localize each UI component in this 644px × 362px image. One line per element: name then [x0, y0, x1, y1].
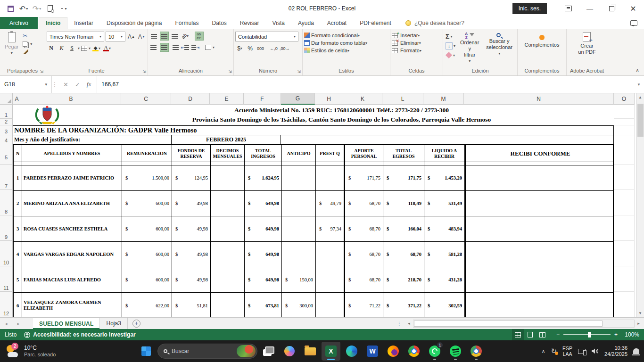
cell-prest_q[interactable]: $97,34	[316, 216, 344, 241]
row-header-11[interactable]: 11	[0, 266, 13, 292]
table-header-n[interactable]: N	[14, 145, 22, 162]
cell-n[interactable]: 6	[14, 293, 22, 317]
dar-formato-como-tabla-button[interactable]: Dar formato como tabla▾	[304, 40, 388, 46]
copilot-button[interactable]	[280, 342, 299, 361]
period-label-cell[interactable]: Mes y Año del justificativo:	[13, 135, 171, 144]
row-header-12[interactable]: 12	[0, 292, 13, 317]
table-header-anticipo[interactable]: ANTICIPO	[282, 145, 316, 162]
paste-button[interactable]: Pegar▾	[1, 31, 22, 58]
wrap-text-button[interactable]: abc↵	[195, 32, 204, 41]
cell-anticipo[interactable]: $150,00	[282, 267, 316, 292]
tab-datos[interactable]: Datos	[205, 17, 233, 29]
clock[interactable]: 10:36 24/2/2025	[604, 345, 627, 357]
chrome-profile-taskbar-button[interactable]	[467, 342, 486, 361]
cell-decimos[interactable]	[211, 242, 245, 267]
cell-anticipo[interactable]	[282, 191, 316, 216]
period-empty-cell[interactable]	[281, 135, 613, 144]
splitter-handle[interactable]: ⋮	[394, 321, 405, 326]
clear-button[interactable]: ▾	[446, 52, 455, 58]
enter-icon[interactable]: ✓	[75, 81, 80, 88]
cell-recibi[interactable]	[465, 242, 615, 267]
tab-ayuda[interactable]: Ayuda	[291, 17, 321, 29]
cell-remuneracion[interactable]: $622,00	[122, 293, 172, 317]
spotify-taskbar-button[interactable]	[446, 342, 465, 361]
edge-taskbar-button[interactable]	[342, 342, 361, 361]
cell-recibi[interactable]	[465, 267, 615, 292]
cell-fondos_reserva[interactable]: $124,95	[172, 165, 211, 190]
weather-widget[interactable]: 2 10°C Parc. soleado	[0, 340, 61, 362]
column-header-b[interactable]: B	[21, 93, 121, 105]
cell-decimos[interactable]	[211, 216, 245, 241]
scroll-right-icon[interactable]: ▸	[635, 320, 643, 328]
cell-name[interactable]: VELASQUEZ ZAMORA CARMEN ELIZABETH	[22, 293, 122, 317]
row-header-3[interactable]: 3	[0, 125, 13, 135]
table-header-fondos-de-reserva[interactable]: FONDOS DE RESERVA	[172, 145, 211, 162]
cell-decimos[interactable]	[211, 293, 245, 317]
row-header-4[interactable]: 4	[0, 135, 13, 144]
cell-prest_q[interactable]	[316, 165, 344, 190]
spacer-cell[interactable]	[424, 162, 465, 165]
cell-n[interactable]: 2	[14, 191, 22, 216]
font-dialog-launcher-icon[interactable]: ⇲	[142, 70, 146, 74]
table-header-decimos-mensuales[interactable]: DECIMOS MENSUALES	[211, 145, 245, 162]
cancel-icon[interactable]: ✕	[63, 81, 68, 88]
cell-remuneracion[interactable]: $600,00	[122, 216, 172, 241]
spacer-cell[interactable]	[344, 162, 383, 165]
sheet-tab-hoja3[interactable]: Hoja3	[100, 318, 127, 329]
tab-insertar[interactable]: Insertar	[67, 17, 100, 29]
font-name-select[interactable]: Times New Roman▾	[47, 32, 104, 41]
cell-liquido[interactable]: $1.453,20	[424, 165, 465, 190]
cell-name[interactable]: MERINO ARIZALA ANA ELIZABETH	[22, 191, 122, 216]
spacer-cell[interactable]	[211, 162, 245, 165]
hidden-icons-chevron-icon[interactable]: ∧	[541, 348, 545, 354]
vertical-scrollbar[interactable]: ▲ ▼	[636, 93, 644, 317]
cell-fondos_reserva[interactable]: $49,98	[172, 216, 211, 241]
cell-aporte_personal[interactable]: $71,22	[344, 293, 383, 317]
cell-aporte_personal[interactable]: $68,70	[344, 242, 383, 267]
formato-cells-button[interactable]: Formato▾	[392, 48, 441, 53]
taskbar-search[interactable]: Buscar	[157, 344, 257, 359]
cell-remuneracion[interactable]: $600,00	[122, 242, 172, 267]
cell-aporte_personal[interactable]: $171,75	[344, 165, 383, 190]
cell-decimos[interactable]	[211, 165, 245, 190]
minimize-button[interactable]: —	[579, 0, 601, 17]
cell-total_ingresos[interactable]: $649,98	[245, 191, 282, 216]
number-dialog-launcher-icon[interactable]: ⇲	[297, 70, 301, 74]
cell-fondos_reserva[interactable]: $51,81	[172, 293, 211, 317]
cell-n[interactable]: 5	[14, 267, 22, 292]
period-value-cell[interactable]: FEBRERO 2025	[171, 135, 281, 144]
sign-in-button[interactable]: Inic. ses.	[512, 3, 547, 14]
create-pdf-button[interactable]: Crear un PDF	[575, 31, 599, 57]
row-header-2[interactable]: 2	[0, 119, 13, 125]
tab-disposicion-de-pagina[interactable]: Disposición de página	[100, 17, 168, 29]
column-header-d[interactable]: D	[171, 93, 210, 105]
cell-name[interactable]: FARIAS MACIAS LUIS ALFREDO	[22, 267, 122, 292]
cell-anticipo[interactable]	[282, 216, 316, 241]
horizontal-scrollbar[interactable]	[413, 320, 635, 328]
notification-bell-icon[interactable]	[633, 348, 639, 354]
column-header-k[interactable]: K	[343, 93, 382, 105]
cell-aporte_personal[interactable]: $68,70	[344, 267, 383, 292]
cell-prest_q[interactable]	[316, 242, 344, 267]
estilos-de-celda-button[interactable]: Estilos de celda▾	[304, 48, 388, 53]
cell-total_ingresos[interactable]: $649,98	[245, 216, 282, 241]
row-header-5[interactable]: 5	[0, 144, 13, 161]
language-indicator[interactable]: ESP LAA	[562, 346, 572, 357]
cell-liquido[interactable]: $302,59	[424, 293, 465, 317]
table-header-total-egresos[interactable]: TOTAL EGRESOS	[383, 145, 424, 162]
shrink-font-button[interactable]: A▼	[137, 32, 146, 41]
cell-fondos_reserva[interactable]: $49,98	[172, 242, 211, 267]
cell-name[interactable]: PAREDES PERRAZO JAIME PATRICIO	[22, 165, 122, 190]
print-preview-icon[interactable]	[44, 3, 56, 14]
cell-total_egresos[interactable]: $68,70	[383, 242, 424, 267]
cell-prest_q[interactable]: $49,79	[316, 191, 344, 216]
cast-device-icon[interactable]	[578, 349, 586, 354]
top-align-button[interactable]	[149, 32, 158, 41]
tab-pdfelement[interactable]: PDFelement	[353, 17, 398, 29]
tab-acrobat[interactable]: Acrobat	[321, 17, 353, 29]
restore-button[interactable]	[601, 0, 622, 17]
cell-total_egresos[interactable]: $218,70	[383, 267, 424, 292]
cell-name[interactable]: VARGAS VARGAS EDGAR NAPOLEON	[22, 242, 122, 267]
column-header-e[interactable]: E	[210, 93, 244, 105]
cell-fondos_reserva[interactable]: $49,98	[172, 191, 211, 216]
